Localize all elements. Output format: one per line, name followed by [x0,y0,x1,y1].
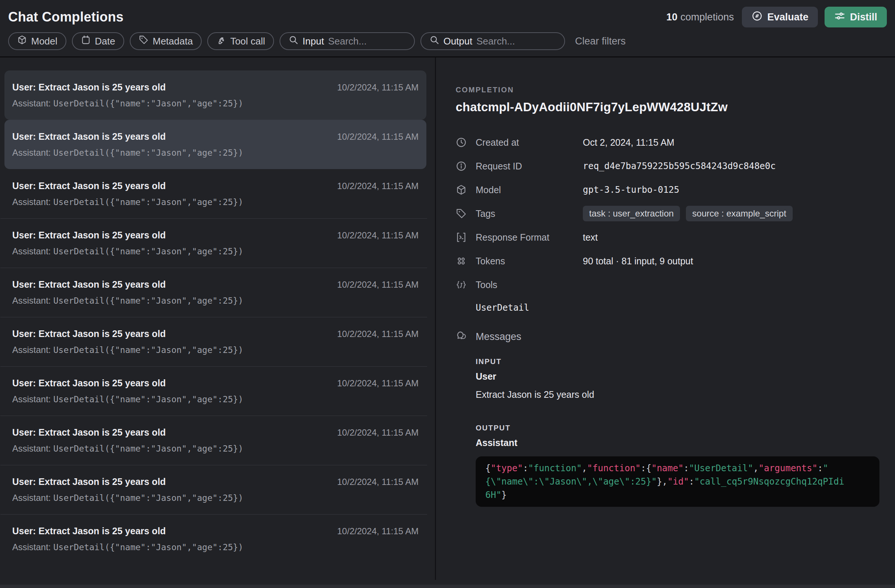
meta-label: Tokens [476,256,583,267]
row-timestamp: 10/2/2024, 11:15 AM [337,329,419,339]
completion-row[interactable]: User: Extract Jason is 25 years old 10/2… [5,268,426,317]
meta-label: Tags [476,208,583,219]
meta-label: Tools [476,280,583,290]
row-assistant-text: Assistant: UserDetail({"name":"Jason","a… [12,542,419,552]
row-user-text: User: Extract Jason is 25 years old [12,131,166,142]
completion-row[interactable]: User: Extract Jason is 25 years old 10/2… [5,514,426,564]
row-timestamp: 10/2/2024, 11:15 AM [337,477,419,487]
meta-value: 90 total · 81 input, 9 output [583,256,693,267]
meta-value: task : user_extractionsource : example_s… [583,206,793,221]
header-actions: 10completions Evaluate Distill [666,7,887,27]
wrench-icon [216,35,226,47]
row-assistant-text: Assistant: UserDetail({"name":"Jason","a… [12,98,419,109]
filter-pill-tool-call[interactable]: Tool call [207,32,274,50]
row-assistant-text: Assistant: UserDetail({"name":"Jason","a… [12,246,419,256]
row-assistant-text: Assistant: UserDetail({"name":"Jason","a… [12,147,419,158]
row-user-text: User: Extract Jason is 25 years old [12,476,166,487]
completion-detail-panel: COMPLETION chatcmpl-ADyAodii0NF7ig7yLepW… [436,58,895,580]
meta-value: req_d4e7ba759225b595c584243d9c848e0c [583,161,776,171]
completion-row[interactable]: User: Extract Jason is 25 years old 10/2… [5,415,426,465]
meta-value: text [583,232,598,243]
input-section-label: INPUT [476,358,879,366]
distill-button[interactable]: Distill [825,7,887,27]
input-search-input[interactable] [328,36,406,47]
row-timestamp: 10/2/2024, 11:15 AM [337,132,419,142]
row-user-text: User: Extract Jason is 25 years old [12,329,166,339]
tag-chip: source : example_script [686,206,792,221]
tag-icon [139,35,149,47]
output-message-block: OUTPUT Assistant {"type":"function","fun… [476,424,879,507]
tag-chip: task : user_extraction [583,206,680,221]
clear-filters-button[interactable]: Clear filters [575,36,626,47]
page-title: Chat Completions [8,9,123,25]
output-role: Assistant [476,438,879,448]
completion-meta-list: Created at Oct 2, 2024, 11:15 AM Request… [456,130,879,297]
cube-icon [456,184,467,195]
meta-row: Response Format text [456,226,879,249]
row-timestamp: 10/2/2024, 11:15 AM [337,280,419,290]
completions-list[interactable]: User: Extract Jason is 25 years old 10/2… [0,58,436,580]
completion-row[interactable]: User: Extract Jason is 25 years old 10/2… [5,317,426,366]
completion-row[interactable]: User: Extract Jason is 25 years old 10/2… [5,218,426,268]
completion-row[interactable]: User: Extract Jason is 25 years old 10/2… [5,70,426,120]
row-timestamp: 10/2/2024, 11:15 AM [337,82,419,93]
meta-label: Model [476,185,583,195]
bottom-bar [0,585,895,588]
row-user-text: User: Extract Jason is 25 years old [12,82,166,93]
row-user-text: User: Extract Jason is 25 years old [12,279,166,290]
meta-value: Oct 2, 2024, 11:15 AM [583,137,674,148]
meta-row: Created at Oct 2, 2024, 11:15 AM [456,130,879,154]
completion-row[interactable]: User: Extract Jason is 25 years old 10/2… [5,465,426,514]
row-timestamp: 10/2/2024, 11:15 AM [337,526,419,536]
input-message-text: Extract Jason is 25 years old [476,389,879,400]
meta-row: Tools [456,273,879,297]
row-user-text: User: Extract Jason is 25 years old [12,427,166,438]
sliders-icon [834,11,845,24]
row-user-text: User: Extract Jason is 25 years old [12,180,166,191]
tag-icon [456,208,467,219]
output-section-label: OUTPUT [476,424,879,432]
tool-call-code-block: {"type":"function","function":{"name":"U… [476,456,880,507]
messages-header: Messages [456,330,879,343]
tokens-icon [456,255,467,267]
meta-row: Tags task : user_extractionsource : exam… [456,202,879,226]
row-timestamp: 10/2/2024, 11:15 AM [337,230,419,241]
row-timestamp: 10/2/2024, 11:15 AM [337,181,419,191]
row-assistant-text: Assistant: UserDetail({"name":"Jason","a… [12,443,419,454]
completion-row[interactable]: User: Extract Jason is 25 years old 10/2… [5,169,426,218]
row-assistant-text: Assistant: UserDetail({"name":"Jason","a… [12,493,419,503]
row-assistant-text: Assistant: UserDetail({"name":"Jason","a… [12,197,419,207]
meta-row: Request ID req_d4e7ba759225b595c584243d9… [456,154,879,178]
row-timestamp: 10/2/2024, 11:15 AM [337,378,419,388]
completion-row[interactable]: User: Extract Jason is 25 years old 10/2… [5,366,426,415]
app-header: Chat Completions 10completions Evaluate … [0,0,895,29]
search-icon [429,35,439,47]
filter-pill-date[interactable]: Date [72,32,124,50]
input-search-pill[interactable]: Input [279,32,415,50]
row-assistant-text: Assistant: UserDetail({"name":"Jason","a… [12,345,419,355]
evaluate-button[interactable]: Evaluate [742,7,818,27]
output-search-label: Output [443,36,472,47]
row-user-text: User: Extract Jason is 25 years old [12,378,166,388]
filter-pill-metadata[interactable]: Metadata [130,32,202,50]
cube-icon [17,35,27,47]
input-message-block: INPUT User Extract Jason is 25 years old [476,358,879,400]
tools-icon [456,279,467,290]
row-assistant-text: Assistant: UserDetail({"name":"Jason","a… [12,394,419,405]
row-assistant-text: Assistant: UserDetail({"name":"Jason","a… [12,296,419,306]
meta-row: Tokens 90 total · 81 input, 9 output [456,249,879,273]
response-format-icon [456,232,467,243]
meta-label: Created at [476,137,583,148]
row-timestamp: 10/2/2024, 11:15 AM [337,427,419,438]
output-search-pill[interactable]: Output [420,32,565,50]
completions-count: 10completions [666,12,734,23]
input-role: User [476,371,879,382]
completion-row[interactable]: User: Extract Jason is 25 years old 10/2… [5,120,426,169]
info-icon [456,161,467,172]
filter-pill-model[interactable]: Model [8,32,66,50]
meta-label: Response Format [476,232,583,243]
calendar-icon [81,35,91,47]
meta-value: gpt-3.5-turbo-0125 [583,185,679,195]
tools-value: UserDetail [476,303,879,313]
output-search-input[interactable] [476,36,556,47]
